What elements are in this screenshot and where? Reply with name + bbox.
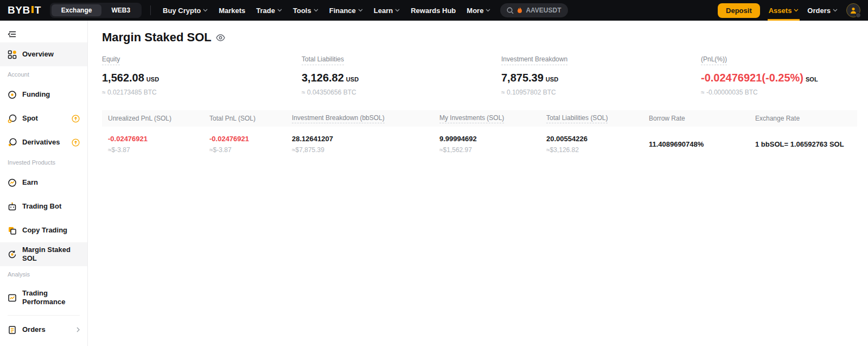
stat-unit: USD <box>546 76 558 83</box>
chevron-down-icon <box>833 9 838 12</box>
stat-btc-equiv: ≈ 0.04350656 BTC <box>302 89 501 96</box>
cell-exchange-rate: 1 bbSOL= 1.06592763 SOL <box>755 135 851 154</box>
eye-visibility-icon[interactable] <box>216 34 225 41</box>
trading-performance-icon <box>8 293 17 303</box>
chevron-down-icon <box>203 9 208 12</box>
col-total-pnl: Total PnL (SOL) <box>209 115 292 122</box>
sidebar-item-trading-bot[interactable]: Trading Bot <box>0 194 87 218</box>
sidebar-item-trading-performance[interactable]: Trading Performance <box>0 282 87 313</box>
toggle-exchange[interactable]: Exchange <box>52 4 102 16</box>
page-title-text: Margin Staked SOL <box>102 30 212 45</box>
stat-value: 1,562.08 <box>102 72 144 84</box>
nav-markets[interactable]: Markets <box>213 7 251 15</box>
derivatives-transfer-button[interactable] <box>72 139 80 147</box>
circled-up-arrow-icon <box>72 115 80 123</box>
sidebar-item-orders[interactable]: Orders <box>0 318 87 342</box>
logo-yellow-i <box>31 6 34 13</box>
main-content: Margin Staked SOL Equity 1,562.08USD ≈ 0… <box>88 21 868 346</box>
bybit-logo[interactable]: BYBT <box>8 4 41 16</box>
col-my-investments: My Investments (SOL) <box>439 114 546 123</box>
sidebar-item-copy-trading[interactable]: Copy Trading <box>0 218 87 242</box>
nav-learn[interactable]: Learn <box>368 7 405 15</box>
earn-icon <box>8 178 17 187</box>
toggle-web3[interactable]: WEB3 <box>101 4 140 16</box>
derivatives-icon <box>8 138 17 147</box>
nav-divider <box>150 5 151 15</box>
stat-unit: SOL <box>806 76 818 83</box>
col-unrealized-pnl: Unrealized PnL (SOL) <box>108 115 209 122</box>
nav-buy-crypto[interactable]: Buy Crypto <box>157 7 213 15</box>
stat-investment-breakdown: Investment Breakdown 7,875.39USD ≈ 0.109… <box>501 55 701 96</box>
chevron-down-icon <box>794 9 799 12</box>
stat-unit: USD <box>146 76 159 83</box>
col-total-liabilities: Total Liabilities (SOL) <box>546 114 649 123</box>
orders-expand-chevron[interactable] <box>76 327 80 332</box>
cell-unrealized-pnl: -0.02476921 ≈$-3.87 <box>108 135 209 154</box>
circled-up-arrow-icon <box>72 139 80 147</box>
sidebar-item-earn[interactable]: Earn <box>0 171 87 194</box>
sidebar-collapse-button[interactable] <box>0 26 87 42</box>
col-borrow-rate: Borrow Rate <box>649 115 755 122</box>
assets-menu[interactable]: Assets <box>769 0 799 21</box>
sidebar-section-analysis: Analysis <box>0 266 87 282</box>
flame-icon <box>517 7 522 14</box>
cell-investment-breakdown: 28.12641207 ≈$7,875.39 <box>292 135 439 154</box>
collapse-sidebar-icon <box>8 30 16 38</box>
stat-equity: Equity 1,562.08USD ≈ 0.02173485 BTC <box>102 55 302 96</box>
search-value: AAVEUSDT <box>526 7 561 14</box>
sidebar-divider <box>8 315 80 316</box>
sidebar-item-funding[interactable]: Funding <box>0 83 87 106</box>
orders-doc-icon <box>8 325 17 335</box>
sidebar-item-overview[interactable]: Overview <box>0 42 87 66</box>
spot-icon <box>8 114 17 123</box>
chevron-down-icon <box>314 9 318 12</box>
stat-value: 7,875.39 <box>501 72 544 84</box>
stat-label: Total Liabilities <box>302 55 344 65</box>
avatar-badge <box>856 12 861 18</box>
nav-right-group: Deposit Assets Orders <box>718 0 860 21</box>
nav-tools[interactable]: Tools <box>288 7 324 15</box>
nav-trade[interactable]: Trade <box>251 7 288 15</box>
stat-btc-equiv: ≈ 0.02173485 BTC <box>102 89 302 96</box>
positions-table: Unrealized PnL (SOL) Total PnL (SOL) Inv… <box>102 110 857 161</box>
cell-borrow-rate: 11.4089690748% <box>649 135 755 154</box>
chevron-down-icon <box>358 9 363 12</box>
orders-menu[interactable]: Orders <box>807 0 838 21</box>
search-input[interactable]: AAVEUSDT <box>500 3 567 17</box>
copy-trading-icon <box>8 226 17 235</box>
nav-menu: Buy Crypto Markets Trade Tools Finance L… <box>157 7 496 15</box>
sidebar-item-derivatives[interactable]: Derivatives <box>0 130 87 154</box>
search-icon <box>507 7 514 14</box>
trading-bot-icon <box>8 202 17 211</box>
stat-label: Equity <box>102 55 120 65</box>
logo-text-right: T <box>35 4 41 16</box>
stat-btc-equiv: ≈ -0.00000035 BTC <box>701 89 868 96</box>
exchange-web3-toggle: Exchange WEB3 <box>50 3 142 18</box>
funding-icon <box>8 90 17 99</box>
sidebar-item-margin-staked-sol[interactable]: Margin Staked SOL <box>0 242 87 266</box>
stats-row: Equity 1,562.08USD ≈ 0.02173485 BTC Tota… <box>102 55 857 96</box>
chevron-down-icon <box>486 9 490 12</box>
col-investment-breakdown: Investment Breakdown (bbSOL) <box>292 114 439 123</box>
logo-text-left: BYB <box>8 4 30 16</box>
chevron-right-icon <box>76 327 80 332</box>
stat-label: Investment Breakdown <box>501 55 567 65</box>
user-avatar[interactable] <box>846 3 860 17</box>
stat-value: 3,126.82 <box>302 72 344 84</box>
sidebar-item-spot[interactable]: Spot <box>0 106 87 130</box>
stat-value: -0.02476921(-0.25%) <box>701 72 803 84</box>
spot-transfer-button[interactable] <box>72 115 80 123</box>
deposit-button[interactable]: Deposit <box>718 3 760 18</box>
table-header-row: Unrealized PnL (SOL) Total PnL (SOL) Inv… <box>102 110 857 127</box>
margin-staked-sol-icon <box>8 250 17 259</box>
sidebar-section-account: Account <box>0 66 87 83</box>
top-navbar: BYBT Exchange WEB3 Buy Crypto Markets Tr… <box>0 0 868 21</box>
nav-finance[interactable]: Finance <box>324 7 368 15</box>
stat-unit: USD <box>346 76 359 83</box>
sidebar: Overview Account Funding Spot Derivative… <box>0 21 88 346</box>
table-row: -0.02476921 ≈$-3.87 -0.02476921 ≈$-3.87 … <box>102 127 857 161</box>
nav-more[interactable]: More <box>461 7 496 15</box>
nav-rewards-hub[interactable]: Rewards Hub <box>405 7 461 15</box>
stat-pnl: (PnL(%)) -0.02476921(-0.25%)SOL ≈ -0.000… <box>701 55 868 96</box>
page-title: Margin Staked SOL <box>102 30 857 45</box>
